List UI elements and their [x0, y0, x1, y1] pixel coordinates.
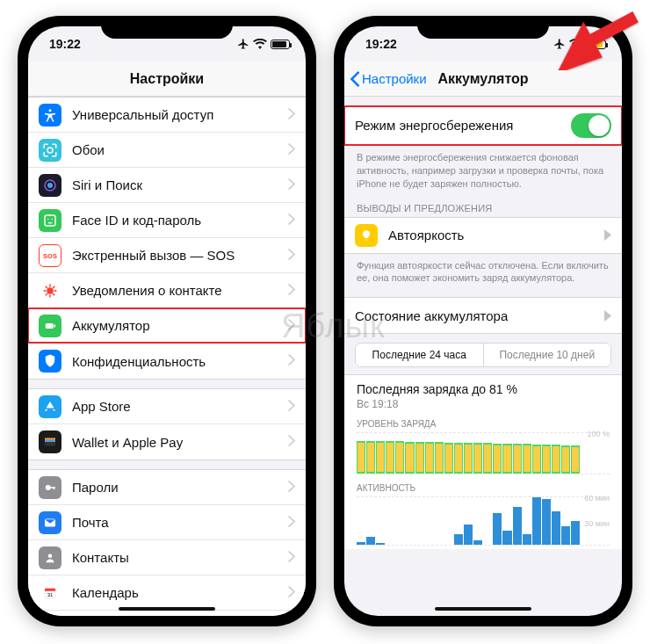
svg-rect-21	[45, 438, 55, 440]
navbar: Настройки	[28, 62, 306, 97]
level-bar	[444, 443, 453, 474]
row-label: Пароли	[72, 480, 288, 495]
activity-bar	[502, 531, 511, 545]
activity-bar	[357, 542, 365, 546]
phone-right-battery: 19:22 Настройки Аккумулятор Режим энерго…	[334, 16, 632, 626]
svg-point-9	[47, 287, 54, 294]
level-bar	[454, 443, 463, 474]
row-label: App Store	[72, 399, 288, 414]
activity-bar	[542, 499, 551, 545]
last-charge-title: Последняя зарядка до 81 %	[357, 382, 610, 396]
home-indicator[interactable]	[435, 607, 531, 611]
svg-point-27	[48, 554, 53, 558]
accessibility-icon	[39, 104, 61, 127]
settings-row-appstore[interactable]: App Store	[28, 389, 306, 424]
segment-24h[interactable]: Последние 24 часа	[356, 344, 483, 366]
y-tick: 30 мин	[584, 519, 610, 528]
svg-point-7	[52, 218, 54, 220]
level-bar	[386, 441, 394, 474]
passwords-icon	[39, 476, 61, 499]
settings-row-contacts[interactable]: Контакты	[28, 540, 306, 575]
status-time: 19:22	[365, 37, 397, 51]
chevron-right-icon	[604, 229, 611, 241]
level-bar	[473, 443, 482, 474]
activity-bar	[376, 543, 385, 545]
airplane-icon	[237, 38, 249, 50]
level-bar	[561, 445, 570, 474]
chevron-right-icon	[288, 434, 295, 450]
chevron-right-icon	[288, 248, 295, 264]
settings-row-wallet[interactable]: Wallet и Apple Pay	[28, 424, 306, 459]
svg-rect-25	[54, 487, 55, 489]
low-power-toggle[interactable]	[571, 113, 611, 138]
chart-title-activity: АКТИВНОСТЬ	[357, 483, 610, 493]
settings-row-siri[interactable]: Siri и Поиск	[28, 168, 306, 203]
back-button[interactable]: Настройки	[344, 71, 427, 87]
svg-point-4	[47, 183, 53, 188]
chevron-right-icon	[288, 283, 295, 299]
row-label: Конфиденциальность	[72, 354, 288, 369]
settings-row-sos[interactable]: SOSЭкстренный вызов — SOS	[28, 238, 306, 273]
settings-row-calendar[interactable]: 31Календарь	[28, 575, 306, 611]
level-bar	[483, 443, 492, 474]
home-indicator[interactable]	[119, 607, 215, 611]
wifi-icon	[253, 39, 267, 49]
chevron-right-icon	[288, 550, 295, 566]
time-range-segmented[interactable]: Последние 24 часа Последние 10 дней	[355, 343, 611, 367]
chevron-right-icon	[288, 318, 295, 334]
battery-icon	[271, 40, 290, 49]
activity-bar	[552, 511, 560, 545]
back-label: Настройки	[362, 71, 427, 86]
row-label: Контакты	[72, 550, 288, 565]
activity-bar	[473, 540, 482, 545]
level-bar	[435, 442, 444, 474]
svg-marker-0	[545, 9, 641, 70]
level-bar	[532, 445, 541, 474]
low-power-footnote: В режиме энергосбережения снижается фоно…	[344, 146, 622, 194]
svg-line-14	[46, 286, 47, 287]
settings-row-privacy[interactable]: Конфиденциальность	[28, 344, 306, 379]
row-label: Обои	[72, 142, 288, 157]
settings-row-passwords[interactable]: Пароли	[28, 470, 306, 505]
chevron-right-icon	[604, 310, 611, 322]
settings-row-exposure[interactable]: Уведомления о контакте	[28, 273, 306, 308]
low-power-mode-row[interactable]: Режим энергосбережения	[344, 106, 622, 145]
settings-list[interactable]: Универсальный доступОбоиSiri и ПоискFace…	[28, 97, 306, 616]
svg-rect-5	[45, 215, 55, 226]
settings-row-faceid[interactable]: Face ID и код-пароль	[28, 203, 306, 238]
settings-row-wallpaper[interactable]: Обои	[28, 133, 306, 168]
row-label: Универсальный доступ	[72, 107, 288, 122]
row-label: Уведомления о контакте	[72, 283, 288, 298]
chevron-left-icon	[350, 71, 360, 87]
battery-content[interactable]: Режим энергосбережения В режиме энергосб…	[344, 97, 622, 616]
activity-bar	[366, 537, 375, 545]
status-time: 19:22	[49, 37, 81, 51]
level-bar	[464, 443, 473, 474]
level-bar	[571, 445, 580, 474]
level-bar	[552, 445, 560, 474]
settings-row-notes[interactable]: Заметки	[28, 611, 306, 616]
chevron-right-icon	[288, 585, 295, 601]
comparison-canvas: { "watermark": "Яблык", "arrow": { "poin…	[0, 0, 650, 644]
screen-left: 19:22 Настройки Универсальный доступОбои…	[28, 26, 306, 616]
svg-text:31: 31	[47, 591, 54, 597]
segment-10d[interactable]: Последние 10 дней	[484, 344, 611, 366]
level-bar	[542, 445, 551, 474]
settings-row-mail[interactable]: Почта	[28, 505, 306, 540]
level-bar	[395, 441, 404, 474]
chevron-right-icon	[288, 480, 295, 496]
bulb-icon	[355, 224, 378, 247]
battery-health-row[interactable]: Состояние аккумулятора	[344, 298, 622, 333]
insight-autobrightness[interactable]: Автояркость	[344, 218, 622, 253]
activity-bar	[464, 525, 473, 545]
y-tick: 100 %	[587, 430, 610, 438]
settings-row-battery[interactable]: Аккумулятор	[28, 308, 306, 344]
battery-level-chart: УРОВЕНЬ ЗАРЯДА 100 %	[344, 414, 622, 478]
wallpaper-icon	[39, 139, 61, 162]
chevron-right-icon	[288, 399, 295, 415]
notch	[101, 16, 233, 39]
low-power-label: Режим энергосбережения	[355, 118, 571, 133]
svg-rect-29	[45, 588, 55, 590]
row-label: Face ID и код-пароль	[72, 213, 288, 228]
settings-row-accessibility[interactable]: Универсальный доступ	[28, 98, 306, 133]
